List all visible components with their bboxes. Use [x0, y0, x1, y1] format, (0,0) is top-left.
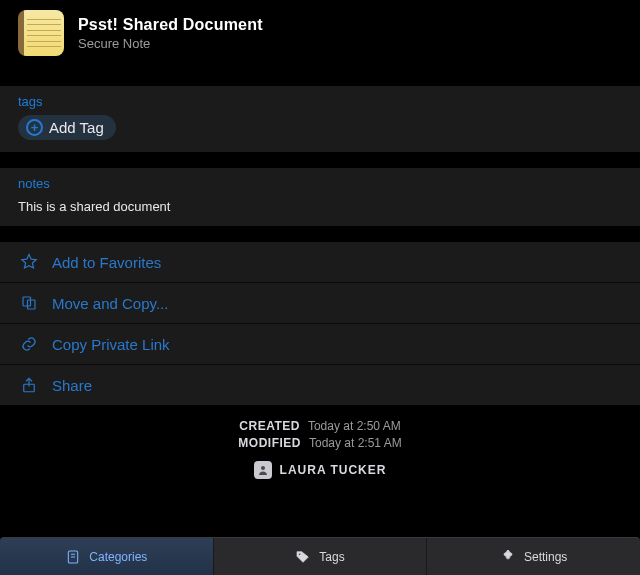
notes-section: notes This is a shared document: [0, 168, 640, 226]
favorites-label: Add to Favorites: [52, 254, 161, 271]
move-copy-icon: [18, 293, 40, 313]
add-to-favorites-row[interactable]: Add to Favorites: [0, 242, 640, 282]
tab-categories-label: Categories: [89, 550, 147, 564]
move-label: Move and Copy...: [52, 295, 168, 312]
notes-content: This is a shared document: [18, 197, 622, 214]
svg-rect-1: [28, 300, 36, 309]
tab-settings[interactable]: Settings: [427, 538, 640, 575]
modified-val: Today at 2:51 AM: [309, 436, 402, 450]
created-val: Today at 2:50 AM: [308, 419, 401, 433]
tab-categories[interactable]: Categories: [0, 538, 213, 575]
add-tag-button[interactable]: Add Tag: [18, 115, 116, 140]
share-icon: [18, 375, 40, 395]
author-name: LAURA TUCKER: [280, 463, 387, 477]
meta-block: CREATED Today at 2:50 AM MODIFIED Today …: [0, 405, 640, 487]
tabbar: Categories Tags Settings: [0, 537, 640, 575]
tags-section: tags Add Tag: [0, 86, 640, 152]
actions-list: Add to Favorites Move and Copy... Copy P…: [0, 242, 640, 405]
author-row: LAURA TUCKER: [254, 461, 387, 479]
share-label: Share: [52, 377, 92, 394]
svg-rect-0: [23, 297, 31, 306]
move-and-copy-row[interactable]: Move and Copy...: [0, 282, 640, 323]
avatar-icon: [254, 461, 272, 479]
notes-label: notes: [18, 176, 622, 191]
created-key: CREATED: [239, 419, 300, 433]
copy-private-link-row[interactable]: Copy Private Link: [0, 323, 640, 364]
svg-point-3: [261, 466, 265, 470]
header: Psst! Shared Document Secure Note: [0, 0, 640, 70]
tab-settings-label: Settings: [524, 550, 567, 564]
tab-tags-label: Tags: [319, 550, 344, 564]
tags-label: tags: [18, 94, 622, 109]
item-title: Psst! Shared Document: [78, 16, 263, 34]
item-subtitle: Secure Note: [78, 36, 263, 51]
svg-point-7: [299, 553, 301, 555]
plus-circle-icon: [26, 119, 43, 136]
link-label: Copy Private Link: [52, 336, 170, 353]
add-tag-label: Add Tag: [49, 119, 104, 136]
tab-tags[interactable]: Tags: [214, 538, 427, 575]
share-row[interactable]: Share: [0, 364, 640, 405]
star-icon: [18, 252, 40, 272]
note-icon: [18, 10, 64, 56]
link-icon: [18, 334, 40, 354]
modified-key: MODIFIED: [238, 436, 301, 450]
